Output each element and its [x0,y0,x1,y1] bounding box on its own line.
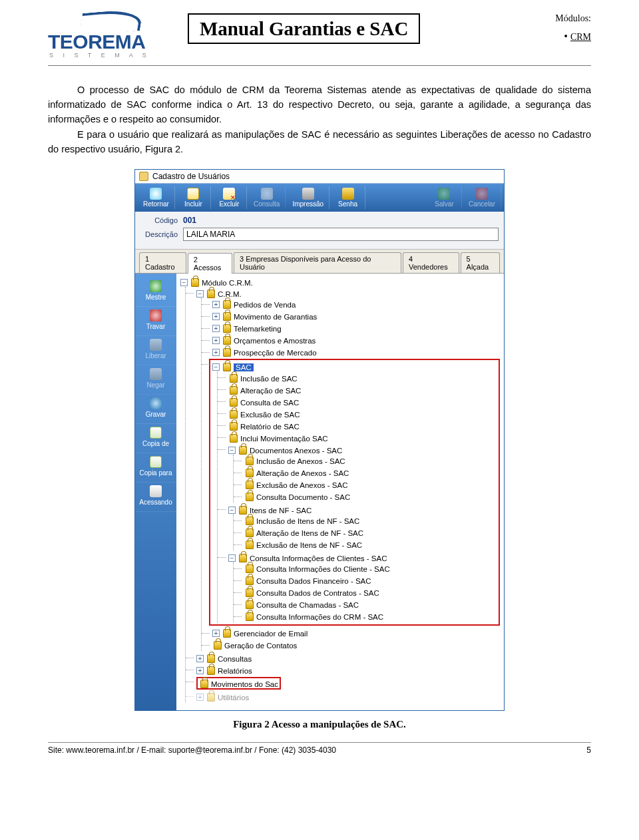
tree-item[interactable]: Consulta Informações do CRM - SAC [244,610,497,622]
tree-crm[interactable]: −C.R.M. +Pedidos de Venda +Movimento de … [196,287,500,652]
lock-icon [200,680,208,688]
consulta-button: Consulta [248,186,286,209]
side-travar-button[interactable]: Travar [135,307,176,336]
side-mestre-button[interactable]: Mestre [135,278,176,307]
lock-icon [239,554,247,562]
lock-icon [239,446,247,455]
side-copiapara-button[interactable]: Copia para [135,453,176,483]
expand-icon[interactable]: + [212,349,220,356]
expand-icon[interactable]: + [212,325,220,332]
senha-button[interactable]: Senha [331,186,365,209]
collapse-icon[interactable]: − [180,279,188,286]
incluir-button[interactable]: Incluir [176,186,211,209]
lock-icon [246,528,254,537]
tree-item[interactable]: Inclusão de Itens de NF - SAC [244,515,497,526]
tree-item[interactable]: +Prospecção de Mercado [212,346,500,358]
tree-item[interactable]: Alteração de SAC [228,383,497,395]
tree-item[interactable]: Relatório de SAC [228,419,497,431]
side-liberar-button[interactable]: Liberar [135,336,176,365]
side-gravar-button[interactable]: Gravar [135,395,176,424]
collapse-icon[interactable]: − [212,363,220,371]
descricao-label: Descrição [140,230,178,238]
lock-icon [230,422,238,431]
paragraph-2: E para o usuário que realizará as manipu… [48,128,591,157]
tree-item[interactable]: Inclusão de SAC [228,371,497,383]
tree-item[interactable]: Consulta Dados de Contratos - SAC [244,586,497,598]
lock-icon [246,469,254,477]
tree-item[interactable]: Alteração de Anexos - SAC [244,467,497,479]
lock-icon [223,300,231,309]
tab-alcada[interactable]: 5 Alçada [461,252,500,273]
tree-item[interactable]: Inclui Movimentação SAC [228,431,497,443]
lock-icon [214,641,222,650]
tree-item[interactable]: +Utilitários [196,690,500,702]
tree-item[interactable]: +Consultas [196,652,500,664]
deny-icon [150,368,162,380]
lock-icon [230,410,238,419]
side-copiade-button[interactable]: Copia de [135,424,176,453]
descricao-input[interactable] [183,228,499,241]
collapse-icon[interactable]: − [228,447,236,454]
tree-item[interactable]: Consulta Documento - SAC [244,491,497,503]
tree-item[interactable]: Consulta Informações do Cliente - SAC [244,562,497,574]
expand-icon[interactable]: + [196,667,204,674]
unlock-icon [150,339,162,351]
tab-vendedores[interactable]: 4 Vendedores [403,252,459,273]
tree-item[interactable]: Inclusão de Anexos - SAC [244,455,497,467]
access-icon [150,485,162,497]
tree-item[interactable]: +Movimento de Garantias [212,310,500,322]
tree-item[interactable]: +Relatórios [196,664,500,676]
tree-itensnf[interactable]: −Itens de NF - SAC Inclusão de Itens de … [228,503,497,551]
lock-icon [223,348,231,357]
tab-acessos[interactable]: 2 Acessos [188,253,232,274]
tree-sac-selected[interactable]: SAC [234,363,254,371]
footer-contact: Site: www.teorema.inf.br / E-mail: supor… [48,745,336,755]
lock-icon [223,312,231,321]
lock-icon [246,457,254,465]
tree-consinfo[interactable]: −Consulta Informações de Clientes - SAC … [228,551,497,623]
tree-item[interactable]: +Orçamentos e Amostras [212,334,500,346]
tree-docanex[interactable]: −Documentos Anexos - SAC Inclusão de Ane… [228,443,497,503]
expand-icon[interactable]: + [212,301,220,308]
collapse-icon[interactable]: − [228,554,236,562]
tree-item[interactable]: Alteração de Itens de NF - SAC [244,526,497,538]
tab-empresas[interactable]: 3 Empresas Disponíveis para Acesso do Us… [234,252,401,273]
tree-item[interactable]: Exclusão de SAC [228,407,497,419]
footer-separator [48,742,591,743]
tree-item[interactable]: Exclusão de Anexos - SAC [244,479,497,491]
retornar-button[interactable]: Retornar [138,186,175,209]
tree-item[interactable]: +Pedidos de Venda [212,298,500,310]
tree-movsac[interactable]: Movimentos do Sac [196,676,500,690]
lock-icon [207,290,215,298]
expand-icon[interactable]: + [212,630,220,637]
print-icon [302,188,314,200]
lock-icon [207,666,215,675]
tree-item[interactable]: +Gerenciador de Email [212,627,500,639]
side-toolbar: Mestre Travar Liberar Negar Gravar Copia… [135,274,176,710]
collapse-icon[interactable]: − [228,507,236,514]
side-acessando-button[interactable]: Acessando [135,483,176,512]
excluir-button[interactable]: Excluir [212,186,247,209]
page-header: TEOREMA S I S T E M A S Manual Garantias… [48,13,591,66]
expand-icon[interactable]: + [212,313,220,320]
tree-item[interactable]: Consulta Dados Financeiro - SAC [244,574,497,586]
lock-icon [223,629,231,638]
collapse-icon[interactable]: − [196,290,204,298]
tree-root[interactable]: −Módulo C.R.M. −C.R.M. +Pedidos de Venda… [180,276,500,704]
tree-item[interactable]: Consulta de Chamadas - SAC [244,598,497,610]
cancelar-button: Cancelar [463,186,501,209]
impressao-button[interactable]: Impressão [287,186,329,209]
lock-icon [246,493,254,501]
tab-cadastro[interactable]: 1 Cadastro [139,252,186,273]
expand-icon[interactable]: + [196,694,204,701]
tree-item[interactable]: Consulta de SAC [228,395,497,407]
salvar-button: Salvar [427,186,462,209]
side-negar-button[interactable]: Negar [135,365,176,395]
tree-item[interactable]: Exclusão de Itens de NF - SAC [244,538,497,550]
expand-icon[interactable]: + [212,337,220,344]
expand-icon[interactable]: + [196,655,204,662]
access-tree[interactable]: −Módulo C.R.M. −C.R.M. +Pedidos de Venda… [176,274,504,710]
bullet-icon [564,31,570,42]
tree-item[interactable]: +Telemarketing [212,322,500,334]
tree-item[interactable]: Geração de Contatos [212,639,500,651]
